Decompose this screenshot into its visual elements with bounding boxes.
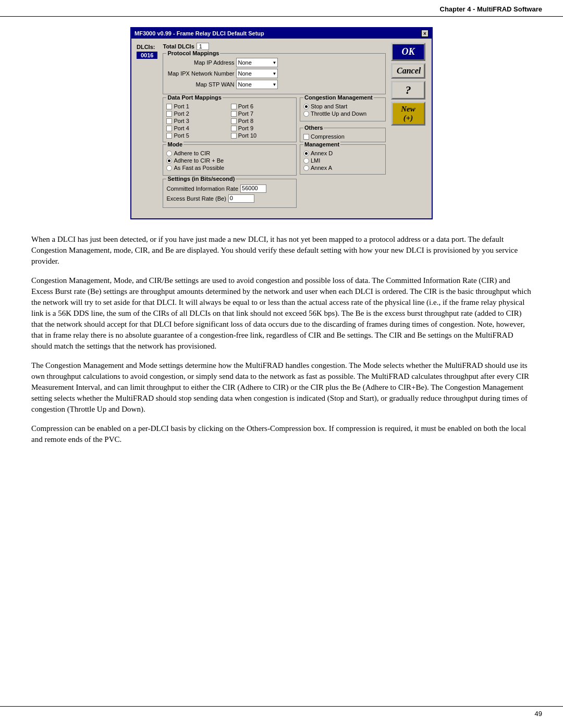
close-icon[interactable]: × xyxy=(421,30,429,37)
others-inner: Compression xyxy=(303,133,382,140)
help-button[interactable]: ? xyxy=(391,81,425,100)
congestion-title: Congestion Management xyxy=(303,94,374,101)
compression-checkbox[interactable] xyxy=(303,134,309,140)
ip-address-row: Map IP Address None ▼ xyxy=(166,58,382,67)
protocol-mappings-group: Protocol Mappings Map IP Address None ▼ xyxy=(163,53,386,94)
total-dlcis-label: Total DLCIs xyxy=(163,43,194,50)
mode-fast-radio[interactable] xyxy=(166,165,172,171)
mode-fast: As Fast as Possible xyxy=(166,165,293,171)
mgmt-annexa: Annex A xyxy=(303,165,382,171)
port-6-checkbox[interactable] xyxy=(231,104,237,109)
ipx-value: None xyxy=(238,70,251,77)
ip-select[interactable]: None ▼ xyxy=(236,58,278,67)
port-4-item: Port 4 xyxy=(166,125,228,131)
mgmt-annexa-label: Annex A xyxy=(311,165,332,171)
ipx-select-arrow: ▼ xyxy=(273,71,277,76)
congestion-stop-label: Stop and Start xyxy=(311,103,347,109)
mode-adhere-cirbe: Adhere to CIR + Be xyxy=(166,157,293,164)
mode-options: Adhere to CIR Adhere to CIR + Be xyxy=(166,150,293,171)
mode-title: Mode xyxy=(166,141,183,147)
stp-select[interactable]: None ▼ xyxy=(236,80,278,89)
ip-select-arrow: ▼ xyxy=(273,60,277,65)
congestion-throttle-radio[interactable] xyxy=(303,111,309,117)
mode-adhere-cirbe-radio[interactable] xyxy=(166,158,172,164)
port-3-checkbox[interactable] xyxy=(166,118,172,124)
others-title: Others xyxy=(303,125,324,131)
port-8-checkbox[interactable] xyxy=(231,118,237,124)
cir-label: Committed Information Rate xyxy=(166,186,238,192)
port-9-label: Port 9 xyxy=(238,125,253,131)
page-header: Chapter 4 - MultiFRAD Software xyxy=(0,0,563,17)
port-5-label: Port 5 xyxy=(174,132,189,139)
port-5-checkbox[interactable] xyxy=(166,133,172,139)
dialog-left: DLCIs: 0016 Total DLCIs 1 Protocol Mappi… xyxy=(137,43,386,214)
port-6-item: Port 6 xyxy=(231,103,293,109)
dialog-wrapper: MF3000 v0.99 - Frame Relay DLCI Default … xyxy=(31,27,532,219)
protocol-mappings-title: Protocol Mappings xyxy=(166,50,220,56)
port-10-checkbox[interactable] xyxy=(231,133,237,139)
port-10-item: Port 10 xyxy=(231,132,293,139)
port-8-label: Port 8 xyxy=(238,118,253,124)
mode-adhere-cir-radio[interactable] xyxy=(166,151,172,156)
content-area: MF3000 v0.99 - Frame Relay DLCI Default … xyxy=(0,17,563,464)
cancel-button[interactable]: Cancel xyxy=(391,63,425,79)
mode-adhere-cir: Adhere to CIR xyxy=(166,150,293,156)
page-footer: 49 xyxy=(0,706,563,718)
stp-value: None xyxy=(238,81,251,88)
port-9-checkbox[interactable] xyxy=(231,126,237,131)
port-1-label: Port 1 xyxy=(174,103,189,109)
dialog-titlebar: MF3000 v0.99 - Frame Relay DLCI Default … xyxy=(131,28,432,39)
port-2-label: Port 2 xyxy=(174,110,189,117)
be-input[interactable]: 0 xyxy=(228,194,254,203)
be-label: Excess Burst Rate (Be) xyxy=(166,195,226,202)
cir-row: Committed Information Rate 56000 xyxy=(166,184,293,193)
compression-item: Compression xyxy=(303,133,382,140)
port-1-checkbox[interactable] xyxy=(166,104,172,109)
body-paragraph-4: Compression can be enabled on a per-DLCI… xyxy=(31,423,532,445)
mgmt-annexa-radio[interactable] xyxy=(303,165,309,171)
congestion-throttle: Throttle Up and Down xyxy=(303,110,382,117)
be-row: Excess Burst Rate (Be) 0 xyxy=(166,194,293,203)
mgmt-annexd: Annex D xyxy=(303,150,382,156)
dialog-title: MF3000 v0.99 - Frame Relay DLCI Default … xyxy=(134,30,264,36)
cir-input[interactable]: 56000 xyxy=(240,184,266,193)
ok-button[interactable]: OK xyxy=(391,43,425,61)
data-port-group: Data Port Mappings Port 1 xyxy=(163,97,297,142)
mgmt-lmi-label: LMI xyxy=(311,157,320,164)
ipx-select[interactable]: None ▼ xyxy=(236,69,278,78)
management-title: Management xyxy=(303,141,340,147)
mode-adhere-cir-label: Adhere to CIR xyxy=(174,150,210,156)
total-dlci-row: Total DLCIs 1 xyxy=(163,43,386,50)
others-group: Others Compression xyxy=(300,128,386,142)
ip-label: Map IP Address xyxy=(166,59,234,66)
port-7-checkbox[interactable] xyxy=(231,111,237,117)
congestion-stop-radio[interactable] xyxy=(303,104,309,109)
port-5-item: Port 5 xyxy=(166,132,228,139)
congestion-stop: Stop and Start xyxy=(303,103,382,109)
mgmt-lmi-radio[interactable] xyxy=(303,158,309,164)
ipx-label: Map IPX Network Number xyxy=(166,70,234,77)
body-paragraph-1: When a DLCI has just been detected, or i… xyxy=(31,234,532,267)
new-button[interactable]: New (+) xyxy=(391,102,425,126)
port-2-checkbox[interactable] xyxy=(166,111,172,117)
stp-label: Map STP WAN xyxy=(166,81,234,88)
stp-select-arrow: ▼ xyxy=(273,82,277,87)
port-7-item: Port 7 xyxy=(231,110,293,117)
mgmt-annexd-radio[interactable] xyxy=(303,151,309,156)
mode-adhere-cirbe-label: Adhere to CIR + Be xyxy=(174,157,224,164)
right-col: Congestion Management Stop and Start xyxy=(300,97,386,211)
mode-fast-label: As Fast as Possible xyxy=(174,165,224,171)
ipx-row: Map IPX Network Number None ▼ xyxy=(166,69,382,78)
total-dlcis-value: 1 xyxy=(197,43,209,50)
mgmt-annexd-label: Annex D xyxy=(311,150,333,156)
ip-value: None xyxy=(238,59,251,66)
port-3-label: Port 3 xyxy=(174,118,189,124)
protocol-mappings-inner: Map IP Address None ▼ Map IPX Network Nu… xyxy=(166,58,382,89)
port-1-item: Port 1 xyxy=(166,103,228,109)
port-4-checkbox[interactable] xyxy=(166,126,172,131)
compression-label: Compression xyxy=(311,133,345,140)
mode-group: Mode Adhere to CIR xyxy=(163,144,297,176)
settings-group: Settings (in Bits/second) Committed Info… xyxy=(163,179,297,208)
congestion-throttle-label: Throttle Up and Down xyxy=(311,110,366,117)
port-9-item: Port 9 xyxy=(231,125,293,131)
